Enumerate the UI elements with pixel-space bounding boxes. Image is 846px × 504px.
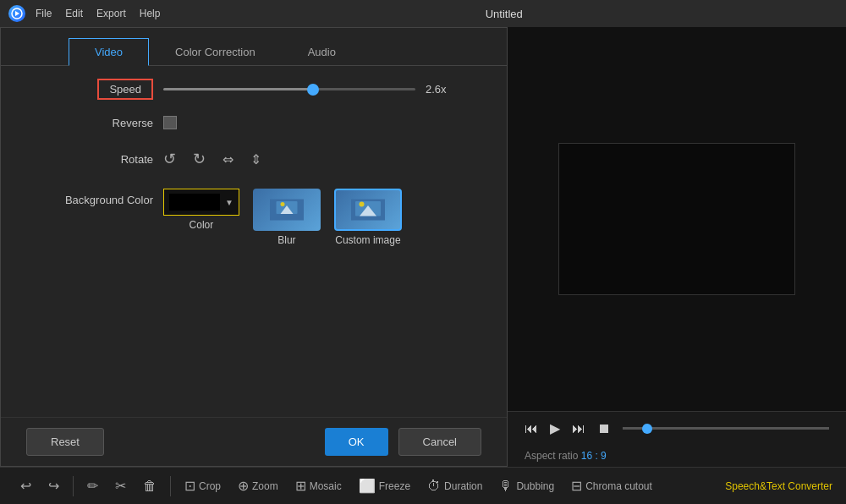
mosaic-button[interactable]: ⊞ Mosaic: [288, 474, 349, 497]
step-back-btn[interactable]: ⏮: [525, 421, 538, 436]
menu-export[interactable]: Export: [96, 8, 126, 19]
playback-bar: ⏮ ▶ ⏭ ⏹: [508, 411, 846, 445]
svg-marker-1: [15, 11, 19, 16]
freeze-icon: ⬜: [359, 478, 376, 494]
tab-video[interactable]: Video: [69, 38, 149, 66]
dialog-panel: Video Color Correction Audio Speed 2.6x …: [0, 27, 508, 467]
background-color-options: ▼ Color: [163, 189, 402, 246]
duration-label: Duration: [444, 480, 482, 492]
dialog-footer: Reset OK Cancel: [1, 417, 507, 466]
bottom-toolbar: ↩ ↪ ✏ ✂ 🗑 ⊡ Crop ⊕ Zoom ⊞ Mosaic ⬜ Freez…: [0, 467, 846, 504]
rotate-row: Rotate ↺ ↻ ⇔ ⇕: [52, 150, 456, 168]
menu-file[interactable]: File: [36, 8, 52, 19]
color-swatch: [169, 194, 220, 211]
separator-2: [170, 476, 171, 496]
crop-label: Crop: [199, 480, 221, 492]
edit-button[interactable]: ✏: [80, 474, 105, 497]
custom-image-preview: [334, 189, 402, 231]
zoom-icon: ⊕: [238, 478, 249, 494]
zoom-button[interactable]: ⊕ Zoom: [231, 474, 285, 497]
mosaic-label: Mosaic: [310, 480, 342, 492]
color-option-label: Color: [190, 219, 214, 231]
dropdown-arrow-icon: ▼: [225, 198, 233, 207]
separator-1: [73, 476, 74, 496]
reverse-row: Reverse: [52, 116, 456, 129]
rotate-cw-icon[interactable]: ↻: [193, 150, 206, 168]
main-area: Video Color Correction Audio Speed 2.6x …: [0, 27, 846, 467]
redo-icon: ↪: [48, 478, 59, 494]
dubbing-label: Dubbing: [516, 480, 554, 492]
background-color-label: Background Color: [52, 189, 153, 206]
speed-value: 2.6x: [426, 83, 456, 96]
rotate-controls: ↺ ↻ ⇔ ⇕: [163, 150, 261, 168]
tab-audio[interactable]: Audio: [282, 38, 362, 65]
chroma-cutout-icon: ⊟: [571, 478, 582, 494]
tab-color-correction[interactable]: Color Correction: [149, 38, 282, 65]
titlebar: File Edit Export Help Untitled: [0, 0, 846, 27]
color-dropdown[interactable]: ▼: [163, 189, 239, 216]
freeze-button[interactable]: ⬜ Freeze: [352, 474, 417, 497]
delete-button[interactable]: 🗑: [136, 475, 163, 497]
redo-button[interactable]: ↪: [41, 474, 66, 497]
step-forward-btn[interactable]: ⏭: [572, 421, 585, 436]
dubbing-icon: 🎙: [499, 479, 513, 494]
rotate-ccw-icon[interactable]: ↺: [163, 150, 176, 168]
reverse-checkbox[interactable]: [163, 116, 177, 129]
right-panel: ⏮ ▶ ⏭ ⏹ Aspect ratio 16 : 9: [508, 27, 846, 467]
dubbing-button[interactable]: 🎙 Dubbing: [492, 475, 561, 497]
custom-image-option-label: Custom image: [335, 234, 400, 246]
crop-button[interactable]: ⊡ Crop: [178, 474, 228, 497]
cancel-button[interactable]: Cancel: [398, 428, 481, 456]
duration-icon: ⏱: [427, 479, 441, 494]
reverse-label: Reverse: [52, 117, 153, 129]
aspect-ratio-label: Aspect ratio: [525, 450, 578, 462]
custom-image-option[interactable]: Custom image: [334, 189, 402, 246]
duration-button[interactable]: ⏱ Duration: [420, 475, 489, 497]
undo-icon: ↩: [20, 478, 31, 494]
window-title: Untitled: [486, 8, 523, 20]
blur-option[interactable]: Blur: [253, 189, 321, 246]
aspect-ratio-value: 16 : 9: [581, 450, 607, 462]
preview-screen: [558, 143, 795, 295]
chroma-cutout-label: Chroma cutout: [585, 480, 652, 492]
zoom-label: Zoom: [252, 480, 278, 492]
app-logo: [8, 5, 25, 22]
speed-label-box: Speed: [52, 83, 153, 96]
background-color-row: Background Color ▼ Color: [52, 189, 456, 246]
crop-icon: ⊡: [184, 478, 195, 494]
chroma-cutout-button[interactable]: ⊟ Chroma cutout: [564, 474, 659, 497]
svg-point-9: [359, 202, 364, 207]
aspect-ratio-bar: Aspect ratio 16 : 9: [508, 445, 846, 467]
tab-bar: Video Color Correction Audio: [1, 28, 507, 66]
cut-button[interactable]: ✂: [108, 474, 133, 497]
mosaic-icon: ⊞: [295, 478, 306, 494]
speech-text-converter-button[interactable]: Speech&Text Converter: [725, 480, 832, 492]
dialog-content: Speed 2.6x Reverse Rotate ↺ ↻ ⇔ ⇕: [1, 66, 507, 417]
svg-point-5: [280, 202, 284, 206]
flip-horizontal-icon[interactable]: ⇔: [222, 151, 233, 167]
flip-vertical-icon[interactable]: ⇕: [250, 151, 261, 167]
edit-icon: ✏: [87, 478, 98, 494]
speed-slider[interactable]: [163, 88, 415, 90]
blur-option-label: Blur: [277, 234, 295, 246]
preview-area: [508, 27, 846, 411]
reset-button[interactable]: Reset: [26, 428, 104, 456]
timeline-slider[interactable]: [623, 427, 829, 430]
play-btn[interactable]: ▶: [550, 420, 560, 436]
delete-icon: 🗑: [143, 479, 157, 494]
freeze-label: Freeze: [379, 480, 410, 492]
menu-bar: File Edit Export Help: [36, 8, 160, 19]
speed-row: Speed 2.6x: [52, 83, 456, 96]
speed-slider-container: [163, 88, 415, 90]
ok-button[interactable]: OK: [325, 428, 388, 456]
menu-help[interactable]: Help: [140, 8, 161, 19]
blur-preview: [253, 189, 321, 231]
cut-icon: ✂: [115, 478, 126, 494]
stop-btn[interactable]: ⏹: [597, 421, 611, 436]
rotate-label: Rotate: [52, 153, 153, 166]
menu-edit[interactable]: Edit: [65, 8, 83, 19]
undo-button[interactable]: ↩: [14, 474, 38, 497]
